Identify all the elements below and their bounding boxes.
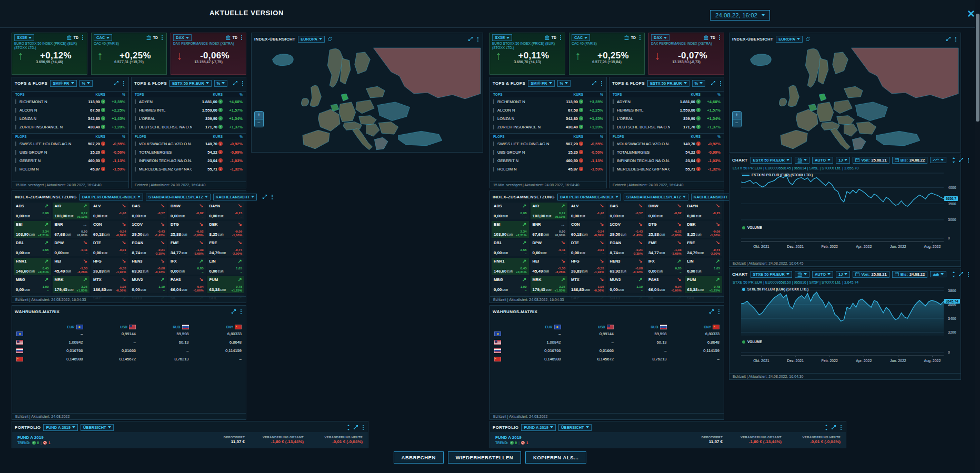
stock-row[interactable]: GEBERIT N 460,50↓ -1,13%	[12, 156, 128, 165]
composition-tile-DTG[interactable]: DTG↘ 25,88EUR -0,02-0,08%	[646, 221, 684, 238]
venue-selector[interactable]: STANDARD-HANDELSPLATZ	[146, 194, 211, 200]
chart-type-selector[interactable]	[930, 271, 946, 277]
map-zoom-control[interactable]: + −	[732, 111, 742, 127]
index-selector[interactable]: SMI® PR	[50, 80, 76, 87]
drag-handle[interactable]	[613, 158, 614, 163]
drag-handle[interactable]	[15, 158, 16, 163]
index-tile-SX5E[interactable]: SX5E TD EURO STOXX 50 INDEX (PRICE) (EUR…	[12, 33, 87, 75]
stock-row[interactable]: ADYEN 1.881,00↑ +4,68%	[609, 97, 724, 106]
drag-handle[interactable]	[613, 150, 614, 155]
cancel-button[interactable]: ABBRECHEN	[394, 451, 444, 464]
composition-tile-BEI[interactable]: BEI↗ 103,90EUR 2,34+2,31%	[492, 221, 529, 238]
unit-selector[interactable]: %	[79, 80, 93, 87]
composition-tile-DBK[interactable]: DBK↘ 8,25EUR -0,09-1,06%	[207, 221, 245, 238]
stock-row[interactable]: RICHEMONT N 113,90↑ +3,35%	[490, 97, 606, 106]
unit-selector[interactable]: %	[557, 80, 571, 87]
composition-tile-AIR[interactable]: AIR↗ 103,00EUR 0,12+0,12%	[53, 203, 90, 219]
drag-handle[interactable]	[493, 99, 494, 104]
chart-from-date[interactable]: Von:25.08.21	[853, 157, 889, 164]
kebab-menu-icon[interactable]	[717, 35, 722, 41]
kebab-menu-icon[interactable]	[476, 36, 480, 42]
composition-tile-DTE[interactable]: DTE↘ 0,00EUR -0,01–	[569, 239, 606, 256]
composition-tile-HEI[interactable]: HEI↘ 45,49EUR -1,53-3,26%	[53, 258, 90, 275]
composition-tile-MBG[interactable]: MBG↗ 0,00EUR 1,00–	[492, 276, 529, 293]
drag-handle[interactable]	[135, 150, 136, 155]
venue-selector[interactable]: STANDARD-HANDELSPLATZ	[624, 194, 688, 200]
resize-vertical-icon[interactable]	[346, 425, 351, 430]
composition-tile-DPW[interactable]: DPW↘ 0,00EUR -0,11–	[53, 239, 90, 256]
composition-tile-DTG[interactable]: DTG↘ 25,88EUR -0,02-0,08%	[168, 221, 206, 238]
region-selector[interactable]: EUROPA	[298, 36, 325, 43]
composition-tile-FME[interactable]: FME↘ 34,77EUR -1,33-3,68%	[646, 239, 684, 256]
composition-tile-MTX[interactable]: MTX↘ 186,85EUR -1,05-0,56%	[91, 276, 128, 293]
composition-tile-AIR[interactable]: AIR↗ 103,00EUR 0,12+0,12%	[531, 203, 568, 219]
composition-tile-BMW[interactable]: BMW↘ 0,00EUR -0,82–	[646, 203, 684, 219]
composition-tile-1COV[interactable]: 1COV↘ 29,50EUR -0,43-1,43%	[608, 221, 645, 238]
stock-row[interactable]: LONZA N 542,80↑ +1,45%	[490, 114, 606, 123]
drag-handle[interactable]	[493, 125, 494, 129]
stock-row[interactable]: ZURICH INSURANCE N 430,40↑ +1,20%	[12, 123, 128, 131]
index-symbol-selector[interactable]: CAC	[94, 34, 112, 41]
composition-tile-LIN[interactable]: LIN↗ 0,00EUR 1,05–	[207, 258, 245, 275]
composition-tile-BAS[interactable]: BAS↘ 0,00EUR -0,57–	[130, 203, 167, 219]
stock-row[interactable]: TOTALENERGIES 54,22↓ -0,99%	[609, 148, 724, 156]
chart-venue-selector[interactable]	[795, 157, 809, 164]
kebab-menu-icon[interactable]	[839, 425, 843, 430]
composition-tile-IFX[interactable]: IFX↗ 0,00EUR 0,85–	[168, 258, 206, 275]
composition-tile-PUM[interactable]: PUM↗ 63,38EUR 0,78+1,25%	[207, 276, 245, 293]
kebab-menu-icon[interactable]	[599, 80, 604, 86]
composition-tile-PAH3[interactable]: PAH3↘ 66,04EUR -0,04-0,06%	[646, 276, 684, 293]
currency-row[interactable]: 0,0167660,01666–0,114159	[490, 346, 724, 355]
expand-icon[interactable]	[114, 80, 119, 86]
composition-tile-IFX[interactable]: IFX↗ 0,00EUR 0,85–	[646, 258, 684, 275]
composition-tile-BMW[interactable]: BMW↘ 0,00EUR -0,82–	[168, 203, 206, 219]
composition-tile-HFG[interactable]: HFG↘ 26,83EUR -0,53-1,94%	[569, 258, 606, 275]
restore-button[interactable]: WIEDERHERSTELLEN	[448, 451, 521, 464]
composition-tile-MTX[interactable]: MTX↘ 186,85EUR -1,05-0,56%	[569, 276, 606, 293]
chart-mode-selector[interactable]: AUTO	[812, 157, 833, 164]
drag-handle[interactable]	[613, 116, 614, 121]
composition-tile-MUV2[interactable]: MUV2↗ 0,00EUR 1,10–	[130, 276, 167, 293]
drag-handle[interactable]	[613, 108, 614, 113]
chart-plot[interactable]: STXE 50 PR.EUR (EUR) (STOXX LTD.) VOLUME…	[735, 286, 958, 366]
index-selector[interactable]: ESTX 50 PR.EUR	[169, 80, 211, 87]
vertical-scrollbar[interactable]	[975, 0, 980, 473]
portfolio-view-selector[interactable]: ÜBERSICHT	[81, 424, 114, 431]
composition-tile-FME[interactable]: FME↘ 34,77EUR -1,33-3,68%	[168, 239, 206, 256]
composition-tile-BNR[interactable]: BNR→ 67,68EUR 0,00±0,00%	[531, 221, 568, 238]
drag-handle[interactable]	[613, 99, 614, 104]
composition-tile-HEI[interactable]: HEI↘ 45,49EUR -1,53-3,26%	[531, 258, 568, 275]
index-tile-DAX[interactable]: DAX TD DAX PERFORMANCE-INDEX (XETRA) ↓ -…	[648, 33, 724, 75]
chart-symbol-selector[interactable]: ESTX 50 PR.EUR	[751, 157, 792, 164]
refresh-icon[interactable]	[327, 37, 332, 42]
zoom-out-button[interactable]: −	[733, 119, 741, 127]
stock-row[interactable]: ZURICH INSURANCE N 430,40↑ +1,20%	[490, 123, 606, 131]
copy-as-button[interactable]: KOPIEREN ALS...	[525, 451, 586, 464]
composition-tile-LIN[interactable]: LIN↗ 0,00EUR 1,05–	[685, 258, 723, 275]
composition-tile-ADS[interactable]: ADS↗ 0,00EUR 0,98–	[492, 203, 529, 219]
currency-row[interactable]: 0,0167660,01666–0,114159	[12, 346, 246, 355]
chart-mode-selector[interactable]: AUTO	[812, 271, 833, 278]
composition-tile-HNR1[interactable]: HNR1↗ 146,60EUR 0,45+0,31%	[14, 258, 51, 275]
drag-handle[interactable]	[613, 125, 614, 129]
portfolio-selector[interactable]: FUND A 2019	[43, 424, 78, 431]
index-selector[interactable]: SMI® PR	[528, 80, 554, 87]
version-date-selector[interactable]: 24.08.22, 16:02	[710, 10, 770, 21]
portfolio-selector[interactable]: FUND A 2019	[521, 424, 556, 431]
drag-handle[interactable]	[493, 158, 494, 163]
drag-handle[interactable]	[15, 116, 16, 121]
drag-handle[interactable]	[135, 158, 136, 163]
resize-vertical-icon[interactable]	[952, 271, 956, 277]
drag-handle[interactable]	[135, 167, 136, 172]
index-tile-SX5E[interactable]: SX5E TD EURO STOXX 50 INDEX (PRICE) (EUR…	[489, 33, 565, 75]
portfolio-view-selector[interactable]: ÜBERSICHT	[558, 424, 592, 431]
zoom-in-button[interactable]: +	[733, 112, 741, 119]
expand-icon[interactable]	[958, 157, 964, 163]
chart-plot[interactable]: ESTX 50 PR.EUR (EUR) (STOXX LTD.) VOLUME…	[735, 172, 958, 252]
composition-tile-FRE[interactable]: FRE↘ 24,79EUR -0,74-2,90%	[207, 239, 245, 256]
stock-row[interactable]: INFINEON TECH.AG NA O.N. 23,04↓ -1,03%	[132, 156, 246, 165]
expand-icon[interactable]	[592, 80, 597, 86]
index-selector[interactable]: DAX PERFORMANCE-INDEX	[557, 194, 621, 200]
composition-tile-PUM[interactable]: PUM↗ 63,38EUR 0,78+1,25%	[685, 276, 723, 293]
chart-range-selector[interactable]: 1J	[836, 271, 850, 278]
